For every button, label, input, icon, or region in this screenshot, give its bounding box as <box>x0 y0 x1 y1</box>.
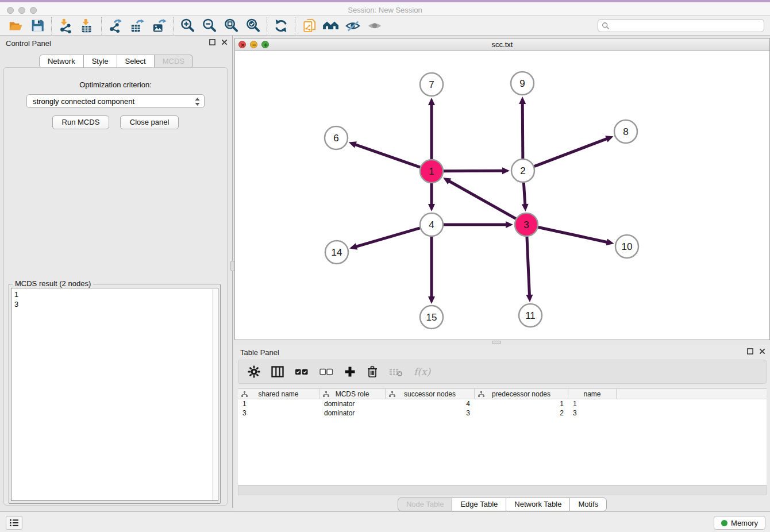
edge-2-8[interactable] <box>534 138 609 166</box>
show-hide-graphics-details-button[interactable] <box>342 17 364 34</box>
table-row[interactable]: 1dominator411 <box>238 399 767 408</box>
cell-successor-nodes[interactable]: 4 <box>386 399 475 408</box>
table-row[interactable]: 3dominator323 <box>238 408 767 418</box>
cell-shared-name[interactable]: 3 <box>238 408 319 418</box>
function-builder-button: f(x) <box>414 366 430 377</box>
cell-successor-nodes[interactable]: 3 <box>386 408 475 418</box>
edge-3-1[interactable] <box>448 180 516 219</box>
arrowhead-1-7 <box>428 98 435 105</box>
status-bar: Memory <box>0 511 770 532</box>
cell-mcds-role[interactable]: dominator <box>319 408 386 418</box>
node-label-8: 8 <box>623 126 628 137</box>
control-panel-float-button[interactable] <box>209 39 215 45</box>
control-tab-mcds[interactable]: MCDS <box>154 55 193 68</box>
control-tab-style[interactable]: Style <box>83 55 117 68</box>
workspace: Control Panel NetworkStyleSelectMCDS Opt… <box>0 36 770 511</box>
create-column-button[interactable] <box>344 366 356 377</box>
arrowhead-4-14 <box>349 243 357 250</box>
delete-rows-button[interactable] <box>367 365 378 378</box>
column-header-successor-nodes[interactable]: successor nodes <box>386 388 475 399</box>
optimization-criterion-select[interactable]: strongly connected component <box>26 94 205 108</box>
clone-network-icon <box>302 18 317 33</box>
table-tab-network-table[interactable]: Network Table <box>506 498 570 511</box>
export-network-button[interactable] <box>105 17 126 34</box>
node-table: shared nameMCDS rolesuccessor nodesprede… <box>238 388 767 485</box>
table-settings-button[interactable] <box>248 365 260 378</box>
close-panel-button[interactable]: Close panel <box>120 115 179 129</box>
cell-mcds-role[interactable]: dominator <box>319 399 386 408</box>
table-toolbar: f(x) <box>238 360 767 384</box>
plus-icon <box>344 366 356 377</box>
table-tab-edge-table[interactable]: Edge Table <box>452 498 506 511</box>
fx-icon: f(x) <box>414 366 430 377</box>
mcds-result-textarea[interactable]: 1 3 <box>11 288 218 501</box>
table-panel-close-button[interactable] <box>759 348 765 354</box>
select-all-button[interactable] <box>295 368 309 376</box>
clone-network-button[interactable] <box>298 17 320 34</box>
run-mcds-button[interactable]: Run MCDS <box>52 115 110 129</box>
zoom-in-button[interactable] <box>176 17 198 34</box>
arrowhead-1-6 <box>349 141 357 148</box>
search-field[interactable] <box>598 19 764 32</box>
task-history-button[interactable] <box>6 516 22 530</box>
export-table-button[interactable] <box>126 17 148 34</box>
zoom-fit-content-button[interactable] <box>220 17 242 34</box>
zoom-out-button[interactable] <box>198 17 220 34</box>
splitter-handle[interactable] <box>492 341 501 344</box>
edge-4-14[interactable] <box>355 228 420 247</box>
network-window-titlebar[interactable]: scc.txt <box>235 38 769 51</box>
import-network-button[interactable] <box>55 17 76 34</box>
import-table-button[interactable] <box>76 17 98 34</box>
window-titlebar: Session: New Session <box>0 0 770 16</box>
window-title: Session: New Session <box>0 6 770 14</box>
edge-2-3[interactable] <box>523 183 525 206</box>
node-label-6: 6 <box>333 133 338 144</box>
control-panel-close-button[interactable] <box>221 39 228 45</box>
node-label-2: 2 <box>520 165 525 176</box>
arrowhead-3-10 <box>606 238 614 245</box>
control-tab-network[interactable]: Network <box>39 55 84 68</box>
edge-1-6[interactable] <box>353 144 420 168</box>
panel-splitter-horizontal[interactable] <box>234 340 770 345</box>
result-scrollbar[interactable] <box>212 289 217 500</box>
table-panel-title: Table Panel <box>240 348 279 357</box>
edge-1-2[interactable] <box>444 171 505 171</box>
zoom-selected-button[interactable] <box>242 17 264 34</box>
table-scrollbar-track[interactable] <box>238 485 767 495</box>
export-image-button[interactable] <box>148 17 170 34</box>
refresh-button[interactable] <box>270 17 292 34</box>
table-tab-motifs[interactable]: Motifs <box>569 498 607 511</box>
unselect-all-button[interactable] <box>319 368 333 376</box>
column-header-name[interactable]: name <box>568 388 617 399</box>
network-view-window: scc.txt 7968124314101511 <box>234 38 770 340</box>
show-columns-button[interactable] <box>271 366 284 377</box>
memory-status-icon <box>721 520 727 526</box>
edge-2-9[interactable] <box>522 102 523 159</box>
edge-3-10[interactable] <box>538 227 609 242</box>
select-stepper-icon <box>194 97 201 106</box>
control-panel-tabs: NetworkStyleSelectMCDS <box>0 55 232 68</box>
node-label-14: 14 <box>332 247 342 258</box>
column-header-shared-name[interactable]: shared name <box>238 388 319 399</box>
toolbar-separator <box>173 17 174 34</box>
memory-button[interactable]: Memory <box>714 516 765 530</box>
home-button[interactable] <box>320 17 342 34</box>
table-panel-float-button[interactable] <box>747 348 753 354</box>
selected-criterion-value: strongly connected component <box>33 97 134 106</box>
edge-3-11[interactable] <box>527 237 530 297</box>
column-header-predecessor-nodes[interactable]: predecessor nodes <box>475 388 568 399</box>
open-session-button[interactable] <box>5 17 26 34</box>
search-input[interactable] <box>613 21 760 30</box>
table-tab-node-table[interactable]: Node Table <box>398 498 453 511</box>
network-canvas[interactable]: 7968124314101511 <box>235 51 769 340</box>
cell-name[interactable]: 1 <box>568 399 617 408</box>
save-session-button[interactable] <box>26 17 48 34</box>
column-header-mcds-role[interactable]: MCDS role <box>319 388 386 399</box>
control-panel-header: Control Panel <box>0 36 232 51</box>
cell-predecessor-nodes[interactable]: 2 <box>475 408 568 418</box>
cell-predecessor-nodes[interactable]: 1 <box>475 399 568 408</box>
control-tab-select[interactable]: Select <box>117 55 155 68</box>
cell-name[interactable]: 3 <box>568 408 617 418</box>
cell-shared-name[interactable]: 1 <box>238 399 319 408</box>
zoom-out-icon <box>202 18 217 33</box>
